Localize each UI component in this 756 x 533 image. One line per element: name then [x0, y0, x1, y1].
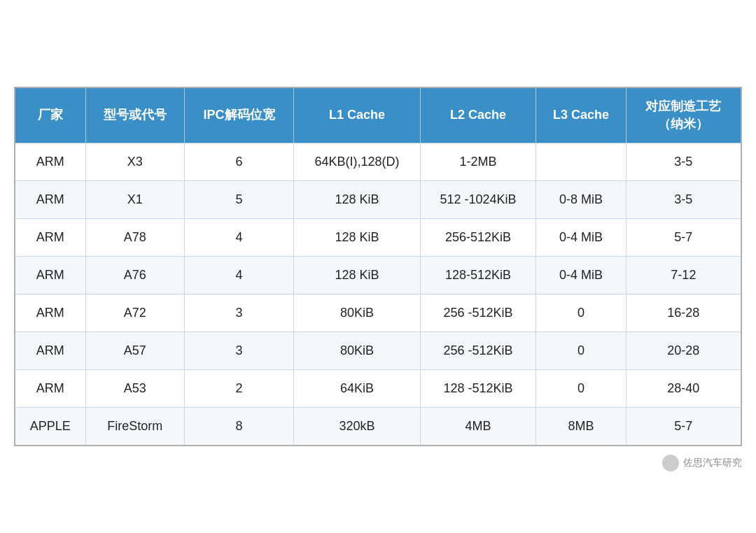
table-cell-6-4: 128 -512KiB: [420, 370, 536, 408]
table-row: ARMA53264KiB128 -512KiB028-40: [15, 370, 741, 408]
table-cell-6-2: 2: [184, 370, 293, 408]
cpu-comparison-table: 厂家型号或代号IPC解码位宽L1 CacheL2 CacheL3 Cache对应…: [14, 87, 742, 446]
table-cell-4-4: 256 -512KiB: [420, 294, 536, 332]
table-cell-7-0: APPLE: [15, 408, 85, 446]
table-cell-2-1: A78: [85, 219, 184, 257]
table-cell-3-6: 7-12: [626, 257, 741, 294]
header-cell-2: IPC解码位宽: [184, 87, 293, 143]
table-row: ARMA784128 KiB256-512KiB0-4 MiB5-7: [15, 219, 741, 257]
table-cell-2-2: 4: [184, 219, 293, 257]
watermark-text: 佐思汽车研究: [683, 457, 742, 469]
header-cell-5: L3 Cache: [536, 87, 626, 143]
table-cell-2-4: 256-512KiB: [420, 219, 536, 257]
table-cell-4-1: A72: [85, 294, 184, 332]
table-cell-3-1: A76: [85, 257, 184, 294]
table-cell-0-4: 1-2MB: [420, 143, 536, 181]
table-cell-5-1: A57: [85, 332, 184, 370]
table-cell-5-0: ARM: [15, 332, 85, 370]
table-container: 厂家型号或代号IPC解码位宽L1 CacheL2 CacheL3 Cache对应…: [14, 87, 742, 446]
table-cell-3-4: 128-512KiB: [420, 257, 536, 294]
table-cell-5-2: 3: [184, 332, 293, 370]
table-cell-7-5: 8MB: [536, 408, 626, 446]
table-cell-7-2: 8: [184, 408, 293, 446]
table-cell-6-1: A53: [85, 370, 184, 408]
table-cell-4-3: 80KiB: [294, 294, 421, 332]
table-header-row: 厂家型号或代号IPC解码位宽L1 CacheL2 CacheL3 Cache对应…: [15, 87, 741, 143]
table-cell-3-5: 0-4 MiB: [536, 257, 626, 294]
table-cell-1-2: 5: [184, 181, 293, 219]
table-cell-2-0: ARM: [15, 219, 85, 257]
table-cell-2-3: 128 KiB: [294, 219, 421, 257]
table-cell-6-0: ARM: [15, 370, 85, 408]
table-cell-0-6: 3-5: [626, 143, 741, 181]
table-cell-7-6: 5-7: [626, 408, 741, 446]
table-cell-4-2: 3: [184, 294, 293, 332]
table-cell-1-1: X1: [85, 181, 184, 219]
table-row: ARMA57380KiB256 -512KiB020-28: [15, 332, 741, 370]
table-cell-7-3: 320kB: [294, 408, 421, 446]
table-cell-0-3: 64KB(I),128(D): [294, 143, 421, 181]
header-cell-4: L2 Cache: [420, 87, 536, 143]
table-cell-4-5: 0: [536, 294, 626, 332]
table-cell-1-0: ARM: [15, 181, 85, 219]
table-row: ARMX3664KB(I),128(D)1-2MB3-5: [15, 143, 741, 181]
table-cell-3-2: 4: [184, 257, 293, 294]
table-cell-6-3: 64KiB: [294, 370, 421, 408]
table-cell-0-5: [536, 143, 626, 181]
table-cell-1-5: 0-8 MiB: [536, 181, 626, 219]
table-cell-5-6: 20-28: [626, 332, 741, 370]
table-cell-4-0: ARM: [15, 294, 85, 332]
table-cell-7-1: FireStorm: [85, 408, 184, 446]
table-cell-0-1: X3: [85, 143, 184, 181]
header-cell-0: 厂家: [15, 87, 85, 143]
table-cell-5-3: 80KiB: [294, 332, 421, 370]
header-cell-6: 对应制造工艺 （纳米）: [626, 87, 741, 143]
table-cell-2-6: 5-7: [626, 219, 741, 257]
watermark: 佐思汽车研究: [662, 455, 742, 471]
table-cell-1-3: 128 KiB: [294, 181, 421, 219]
watermark-icon: [662, 455, 679, 471]
table-row: ARMX15128 KiB512 -1024KiB0-8 MiB3-5: [15, 181, 741, 219]
header-cell-3: L1 Cache: [294, 87, 421, 143]
table-cell-2-5: 0-4 MiB: [536, 219, 626, 257]
table-cell-4-6: 16-28: [626, 294, 741, 332]
table-cell-6-6: 28-40: [626, 370, 741, 408]
table-row: APPLEFireStorm8320kB4MB8MB5-7: [15, 408, 741, 446]
header-cell-1: 型号或代号: [85, 87, 184, 143]
table-cell-3-0: ARM: [15, 257, 85, 294]
table-cell-0-2: 6: [184, 143, 293, 181]
table-row: ARMA764128 KiB128-512KiB0-4 MiB7-12: [15, 257, 741, 294]
table-cell-1-4: 512 -1024KiB: [420, 181, 536, 219]
table-cell-7-4: 4MB: [420, 408, 536, 446]
table-cell-3-3: 128 KiB: [294, 257, 421, 294]
table-cell-6-5: 0: [536, 370, 626, 408]
table-cell-5-5: 0: [536, 332, 626, 370]
table-cell-5-4: 256 -512KiB: [420, 332, 536, 370]
table-cell-0-0: ARM: [15, 143, 85, 181]
table-cell-1-6: 3-5: [626, 181, 741, 219]
table-row: ARMA72380KiB256 -512KiB016-28: [15, 294, 741, 332]
